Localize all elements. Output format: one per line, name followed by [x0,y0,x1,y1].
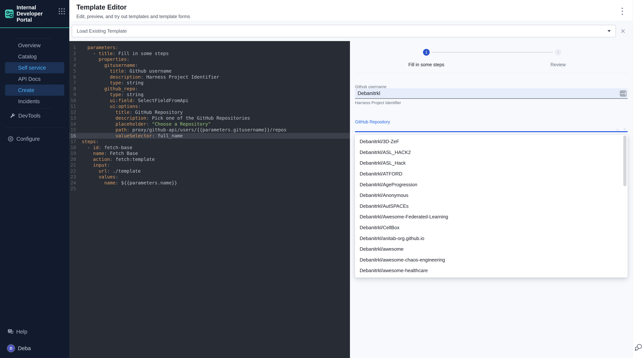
scrollbar-thumb[interactable] [623,135,626,186]
line-number: 25 [69,186,76,192]
gear-icon [8,136,14,142]
code-text: description: Pick one of the GitHub Repo… [82,115,250,121]
repo-option[interactable]: Debanitrkl/3D-ZeF [355,136,628,147]
code-line[interactable]: 20 action: fetch:template [69,156,350,162]
code-line[interactable]: 5 title: Github username [69,68,350,74]
line-number: 9 [69,92,76,98]
line-number: 10 [69,98,76,104]
sidebar-item-self-service[interactable]: Self service [5,62,64,73]
help-label: Help [16,329,28,335]
line-number: 3 [69,56,76,62]
logo-circuit-icon [5,10,14,18]
code-line[interactable]: 15 path: proxy/github-api/users/{{parame… [69,127,350,133]
line-number: 18 [69,145,76,151]
sidebar-item-devtools[interactable]: DevTools [5,110,64,121]
code-line[interactable]: 24 name: ${{parameters.name}} [69,180,350,186]
github-repository-select[interactable]: ✕ [355,123,628,131]
code-line[interactable]: 13 description: Pick one of the GitHub R… [69,115,350,121]
sidebar-nav: OverviewCatalogSelf serviceAPI DocsCreat… [0,40,69,107]
code-text: path: proxy/github-api/users/{{parameter… [82,127,286,133]
stepper-label-fill-in-some-steps: Fill in some steps [398,62,454,67]
repo-option[interactable]: Debanitrkl/Anonymous [355,190,628,201]
kebab-menu-icon[interactable] [621,7,624,16]
sidebar-item-incidents[interactable]: Incidents [5,96,64,107]
code-line[interactable]: 18 - id: fetch-base [69,145,350,151]
sidebar-item-api-docs[interactable]: API Docs [5,73,64,85]
repo-option[interactable]: Debanitrkl/AutSPACEs [355,201,628,212]
code-line[interactable]: 2 - title: Fill in some steps [69,51,350,57]
github-username-helper: Harness Project Identifier [355,100,401,105]
close-icon[interactable]: ✕ [620,28,626,34]
repo-option[interactable]: Debanitrkl/ASL_Hack [355,158,628,168]
yaml-code-editor[interactable]: 1 parameters:2 - title: Fill in some ste… [69,41,350,358]
avatar: D [8,345,14,352]
code-text: ui:field: SelectFieldFromApi [82,98,188,104]
page-subtitle: Edit, preview, and try out templates and… [76,14,633,19]
code-line[interactable]: 23 values: [69,174,350,180]
code-text: title: GitHub Repository [82,109,183,115]
repo-option[interactable]: Debanitrkl/CellBox [355,222,628,233]
code-line[interactable]: 4 gitusername: [69,62,350,68]
content-row: 1 parameters:2 - title: Fill in some ste… [69,41,633,358]
code-line[interactable]: 19 name: Fetch Base [69,150,350,156]
code-line[interactable]: 10 ui:field: SelectFieldFromApi [69,98,350,104]
code-line[interactable]: 21 input: [69,162,350,168]
code-text: description: Harness Project Identifier [82,74,219,80]
app-grid-icon[interactable] [59,8,65,14]
code-line[interactable]: 12 title: GitHub Repository [69,109,350,115]
sidebar-item-catalog[interactable]: Catalog [5,51,64,62]
sidebar-item-create[interactable]: Create [5,85,64,96]
stepper-label-review: Review [530,62,586,67]
repo-option[interactable]: Debanitrkl/Awesome-Federated-Learning [355,212,628,222]
code-line[interactable]: 6 description: Harness Project Identifie… [69,74,350,80]
wrench-icon [10,113,15,118]
line-number: 22 [69,168,76,174]
line-number: 14 [69,121,76,127]
sidebar-item-configure[interactable]: Configure [5,133,64,144]
code-text: ui:options: [82,103,141,109]
code-line[interactable]: 9 type: string [69,92,350,98]
sidebar-item-label: Configure [16,136,40,142]
sidebar-item-help[interactable]: ? Help [5,326,64,337]
code-text: input: [82,162,110,168]
chat-support-icon[interactable] [634,343,643,352]
code-line[interactable]: 8 github_repo: [69,86,350,92]
line-number: 17 [69,139,76,145]
repo-option[interactable]: Debanitrkl/awesome-healthcare [355,265,628,276]
repo-option[interactable]: Debanitrkl/awesome-chaos-engineering [355,255,628,265]
code-text: title: Github username [82,68,172,74]
line-number: 23 [69,174,76,180]
code-line[interactable]: 25 [69,186,350,192]
line-number: 7 [69,80,76,86]
code-line[interactable]: 3 properties: [69,56,350,62]
repo-option[interactable]: Debanitrkl/AgeProgression [355,179,628,190]
code-line[interactable]: 14 placeholder: "Choose a Repository" [69,121,350,127]
load-existing-template-select[interactable]: Load Existing Template [72,25,616,37]
autofill-extension-icon[interactable] [620,90,626,97]
code-line[interactable]: 7 type: string [69,80,350,86]
code-line[interactable]: 11 ui:options: [69,103,350,109]
repo-option[interactable]: Debanitrkl/awesome [355,244,628,255]
line-number: 12 [69,109,76,115]
user-menu[interactable]: D Deba [5,343,64,354]
code-line[interactable]: 16 valueSelector: full_name [69,133,350,139]
line-number: 20 [69,156,76,162]
line-number: 2 [69,51,76,57]
repo-option[interactable]: Debanitrkl/ATFORD [355,168,628,179]
app-window: Internal Developer Portal OverviewCatalo… [0,0,644,358]
line-number: 24 [69,180,76,186]
line-number: 1 [69,45,76,51]
code-text: placeholder: "Choose a Repository" [82,121,211,127]
code-line[interactable]: 22 url: ./template [69,168,350,174]
sidebar-item-overview[interactable]: Overview [5,40,64,51]
code-line[interactable]: 1 parameters: [69,45,350,51]
right-rail [633,0,644,358]
code-line[interactable]: 17steps: [69,139,350,145]
line-number: 21 [69,162,76,168]
repo-option[interactable]: Debanitrkl/anitab-org.github.io [355,233,628,244]
repo-option[interactable]: Debanitrkl/ASL_HACK2 [355,147,628,158]
dropdown-caret-up-icon[interactable] [623,128,626,130]
dropdown-caret-icon [608,30,611,32]
user-name: Deba [18,345,31,351]
github-username-input[interactable] [355,88,628,99]
